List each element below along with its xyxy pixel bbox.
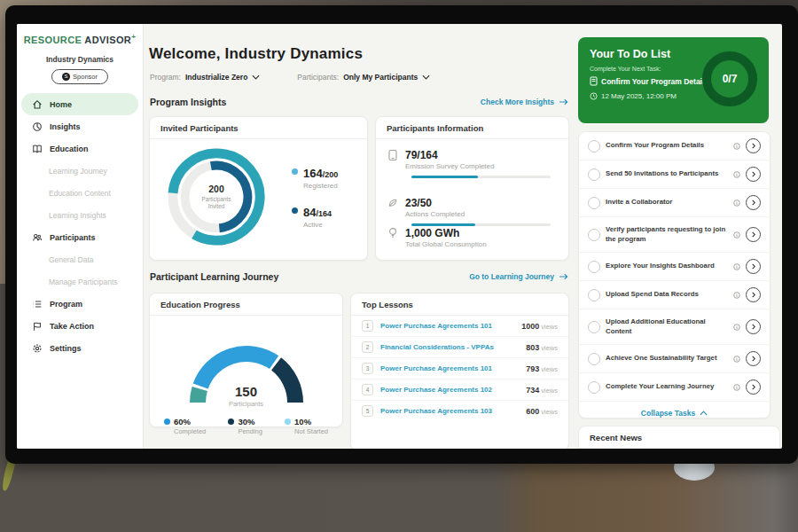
todo-item[interactable]: Invite a Collaborator [579, 189, 770, 217]
sidebar-item-education-content[interactable]: Education Content [21, 182, 138, 204]
sidebar-item-program[interactable]: Program [21, 293, 138, 315]
home-icon [32, 99, 43, 110]
sidebar-item-settings[interactable]: Settings [21, 337, 138, 359]
scene: RESOURCE ADVISOR+ Industry Dynamics S Sp… [0, 0, 798, 532]
sidebar-item-participants[interactable]: Participants [21, 226, 138, 248]
rank-badge: 5 [362, 405, 373, 417]
todo-item[interactable]: Verify participants requesting to join t… [579, 217, 770, 253]
todo-go-button[interactable] [746, 319, 761, 334]
info-icon[interactable] [733, 143, 740, 150]
participants-filter[interactable]: Participants: Only My Participants [297, 73, 430, 82]
info-icon[interactable] [733, 231, 740, 239]
lesson-link[interactable]: Power Purchase Agreements 101 [380, 364, 526, 372]
todo-checkbox[interactable] [588, 321, 600, 333]
legend-dot [292, 207, 298, 214]
todo-go-button[interactable] [746, 287, 761, 302]
due-date: 12 May 2025, 12:00 PM [590, 92, 677, 100]
donut-center-value: 200 [208, 184, 224, 194]
info-icon[interactable] [733, 324, 740, 331]
info-icon[interactable] [733, 263, 740, 270]
sidebar-item-home[interactable]: Home [21, 93, 138, 115]
emission-progress-bar [411, 176, 551, 178]
chevron-right-icon [752, 171, 755, 177]
todo-go-button[interactable] [746, 195, 761, 210]
todo-checkbox[interactable] [588, 197, 600, 209]
sidebar-item-learning-journey[interactable]: Learning Journey [21, 160, 138, 182]
lesson-link[interactable]: Power Purchase Agreements 103 [380, 407, 526, 415]
info-icon[interactable] [733, 171, 740, 178]
program-filter[interactable]: Program: Industrialize Zero [150, 73, 260, 82]
sidebar-item-education[interactable]: Education [21, 137, 138, 160]
todo-checkbox[interactable] [588, 353, 600, 365]
info-icon[interactable] [733, 356, 740, 363]
info-icon[interactable] [733, 384, 740, 391]
book-icon [32, 144, 43, 154]
arrow-right-icon [559, 98, 568, 106]
leaf-icon [387, 197, 398, 208]
card-title: Recent News [579, 426, 779, 449]
chevron-right-icon [752, 324, 755, 330]
sidebar-item-insights[interactable]: Insights [21, 115, 138, 137]
lesson-row[interactable]: 4 Power Purchase Agreements 102 734views [351, 379, 568, 400]
legend-active: 84/164 Active [292, 204, 338, 229]
todo-go-button[interactable] [746, 167, 761, 182]
todo-item[interactable]: Upload Spend Data Records [579, 281, 770, 309]
todo-list-card: Confirm Your Program Details Send 50 Inv… [578, 131, 771, 419]
legend-dot [292, 168, 298, 175]
todo-checkbox[interactable] [588, 261, 600, 273]
todo-checkbox[interactable] [588, 140, 600, 153]
legend-dot [164, 419, 170, 425]
todo-item[interactable]: Complete Your Learning Journey [579, 373, 770, 402]
education-progress-card: Education Progress 150 Participants 60% … [149, 293, 343, 427]
sidebar-item-take-action[interactable]: Take Action [21, 315, 138, 337]
gauge-legend: 60% Completed 30% Pending 10% Not Starte… [150, 408, 342, 435]
org-name: Industry Dynamics [17, 55, 143, 64]
brand-resource: RESOURCE [24, 35, 82, 45]
chevron-down-icon [252, 74, 260, 80]
card-title: Education Progress [150, 293, 342, 316]
todo-item[interactable]: Confirm Your Program Details [579, 132, 770, 160]
todo-checkbox[interactable] [588, 168, 600, 181]
survey-icon [387, 149, 398, 161]
todo-go-button[interactable] [746, 138, 761, 153]
legend-pending: 30% Pending [228, 417, 262, 435]
info-icon[interactable] [733, 200, 740, 207]
lesson-row[interactable]: 1 Power Purchase Agreements 101 1000view… [351, 316, 568, 336]
lesson-row[interactable]: 5 Power Purchase Agreements 103 600views [351, 400, 568, 421]
todo-checkbox[interactable] [588, 289, 600, 301]
education-gauge: 150 Participants [162, 323, 331, 408]
filters: Program: Industrialize Zero Participants… [150, 73, 430, 82]
todo-subtitle: Complete Your Next Task: [590, 66, 661, 72]
go-to-learning-journey-link[interactable]: Go to Learning Journey [469, 272, 568, 281]
collapse-tasks-link[interactable]: Collapse Tasks [579, 402, 770, 425]
sidebar: RESOURCE ADVISOR+ Industry Dynamics S Sp… [17, 24, 144, 449]
lesson-row[interactable]: 3 Power Purchase Agreements 101 793views [351, 357, 568, 379]
todo-item[interactable]: Upload Additional Educational Content [579, 309, 770, 345]
todo-item[interactable]: Send 50 Invitations to Participants [579, 160, 770, 189]
lesson-link[interactable]: Power Purchase Agreements 102 [380, 386, 526, 394]
gauge-center-value: 150 [162, 384, 331, 399]
bulb-icon [387, 227, 398, 239]
sidebar-item-manage-participants[interactable]: Manage Participants [21, 270, 138, 293]
todo-go-button[interactable] [746, 227, 761, 242]
stat-actions: 23/50 Actions Completed [387, 197, 554, 218]
todo-item[interactable]: Achieve One Sustainability Target [579, 345, 770, 373]
chevron-right-icon [752, 292, 755, 298]
lesson-link[interactable]: Power Purchase Agreements 101 [380, 322, 521, 330]
todo-go-button[interactable] [746, 379, 761, 395]
todo-checkbox[interactable] [588, 229, 600, 241]
todo-checkbox[interactable] [588, 381, 600, 394]
sidebar-item-general-data[interactable]: General Data [21, 248, 138, 270]
todo-go-button[interactable] [746, 351, 761, 366]
lesson-row[interactable]: 2 Financial Considerations - VPPAs 803vi… [351, 336, 568, 357]
chevron-right-icon [752, 231, 755, 238]
todo-item[interactable]: Explore Your Insights Dashboard [579, 253, 770, 281]
chevron-right-icon [752, 384, 755, 390]
todo-summary-card: Your To Do List Complete Your Next Task:… [578, 37, 769, 123]
todo-go-button[interactable] [746, 259, 761, 274]
info-icon[interactable] [733, 292, 740, 299]
sidebar-item-learning-insights[interactable]: Learning Insights [21, 204, 138, 226]
lesson-link[interactable]: Financial Considerations - VPPAs [380, 343, 526, 351]
stat-emission-survey: 79/164 Emission Survey Completed [387, 149, 554, 170]
check-more-insights-link[interactable]: Check More Insights [481, 98, 568, 106]
